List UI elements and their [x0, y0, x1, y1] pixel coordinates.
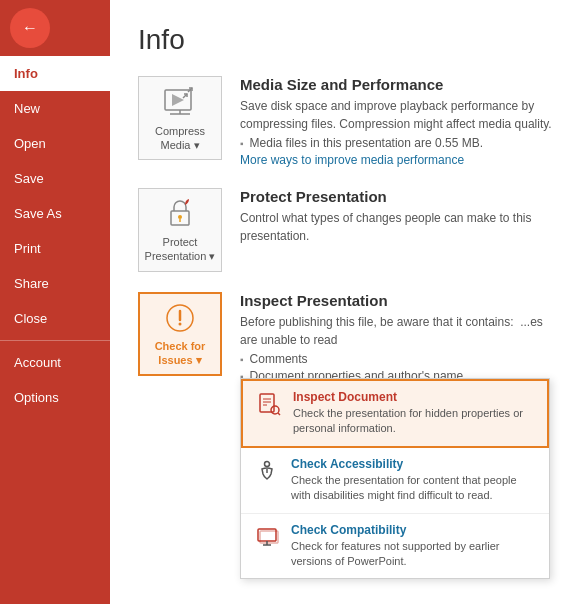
media-description: Save disk space and improve playback per…	[240, 97, 552, 133]
check-accessibility-item[interactable]: Check Accessibility Check the presentati…	[241, 448, 549, 514]
check-accessibility-icon	[253, 457, 281, 485]
media-bullet: Media files in this presentation are 0.5…	[240, 136, 552, 150]
svg-line-17	[278, 413, 280, 415]
svg-rect-12	[260, 394, 274, 412]
protect-presentation-button[interactable]: ProtectPresentation ▾	[138, 188, 222, 272]
media-link[interactable]: More ways to improve media performance	[240, 153, 464, 167]
sidebar-item-account[interactable]: Account	[0, 345, 110, 380]
protect-heading: Protect Presentation	[240, 188, 552, 205]
compress-media-icon	[162, 84, 198, 120]
check-accessibility-desc: Check the presentation for content that …	[291, 473, 537, 504]
page-title: Info	[138, 24, 552, 56]
protect-section: ProtectPresentation ▾ Protect Presentati…	[138, 188, 552, 272]
check-issues-label: Check forIssues ▾	[155, 339, 206, 368]
check-compatibility-title: Check Compatibility	[291, 523, 537, 537]
inspect-document-desc: Check the presentation for hidden proper…	[293, 406, 535, 437]
inspect-document-text: Inspect Document Check the presentation …	[293, 390, 535, 437]
svg-point-18	[265, 461, 270, 466]
back-icon: ←	[22, 19, 38, 37]
check-compatibility-icon	[253, 523, 281, 551]
protect-info-content: Protect Presentation Control what types …	[240, 188, 552, 245]
protect-label: ProtectPresentation ▾	[145, 235, 216, 264]
check-accessibility-text: Check Accessibility Check the presentati…	[291, 457, 537, 504]
sidebar-item-save[interactable]: Save	[0, 161, 110, 196]
svg-point-7	[178, 215, 182, 219]
sidebar-item-print[interactable]: Print	[0, 231, 110, 266]
compress-media-label: CompressMedia ▾	[155, 124, 205, 153]
inspect-description: Before publishing this file, be aware th…	[240, 313, 552, 349]
svg-marker-1	[172, 94, 184, 106]
inspect-document-item[interactable]: Inspect Document Check the presentation …	[241, 379, 549, 448]
svg-point-11	[179, 322, 182, 325]
media-section: CompressMedia ▾ Media Size and Performan…	[138, 76, 552, 168]
inspect-bullet-1: Comments	[240, 352, 552, 366]
check-for-issues-button[interactable]: Check forIssues ▾	[138, 292, 222, 376]
check-compatibility-text: Check Compatibility Check for features n…	[291, 523, 537, 570]
media-heading: Media Size and Performance	[240, 76, 552, 93]
inspect-document-icon	[255, 390, 283, 418]
inspect-section: Check forIssues ▾ Inspect Presentation B…	[138, 292, 552, 383]
sidebar-divider	[0, 340, 110, 341]
sidebar-item-share[interactable]: Share	[0, 266, 110, 301]
check-issues-dropdown: Inspect Document Check the presentation …	[240, 378, 550, 579]
svg-point-16	[271, 406, 279, 414]
check-accessibility-title: Check Accessibility	[291, 457, 537, 471]
sidebar-item-close[interactable]: Close	[0, 301, 110, 336]
main-content: Info CompressMedia ▾ Media Size and Perf…	[110, 0, 580, 604]
check-compatibility-item[interactable]: Check Compatibility Check for features n…	[241, 514, 549, 579]
compress-media-button[interactable]: CompressMedia ▾	[138, 76, 222, 160]
sidebar-item-options[interactable]: Options	[0, 380, 110, 415]
check-compatibility-desc: Check for features not supported by earl…	[291, 539, 537, 570]
sidebar-item-info[interactable]: Info	[0, 56, 110, 91]
sidebar-item-open[interactable]: Open	[0, 126, 110, 161]
inspect-document-title: Inspect Document	[293, 390, 535, 404]
media-info-content: Media Size and Performance Save disk spa…	[240, 76, 552, 168]
sidebar-item-new[interactable]: New	[0, 91, 110, 126]
protect-presentation-icon	[163, 197, 197, 231]
sidebar-item-save-as[interactable]: Save As	[0, 196, 110, 231]
check-issues-icon	[163, 301, 197, 335]
sidebar: ← Info New Open Save Save As Print Share…	[0, 0, 110, 604]
protect-description: Control what types of changes people can…	[240, 209, 552, 245]
inspect-heading: Inspect Presentation	[240, 292, 552, 309]
back-button[interactable]: ←	[10, 8, 50, 48]
inspect-info-content: Inspect Presentation Before publishing t…	[240, 292, 552, 383]
